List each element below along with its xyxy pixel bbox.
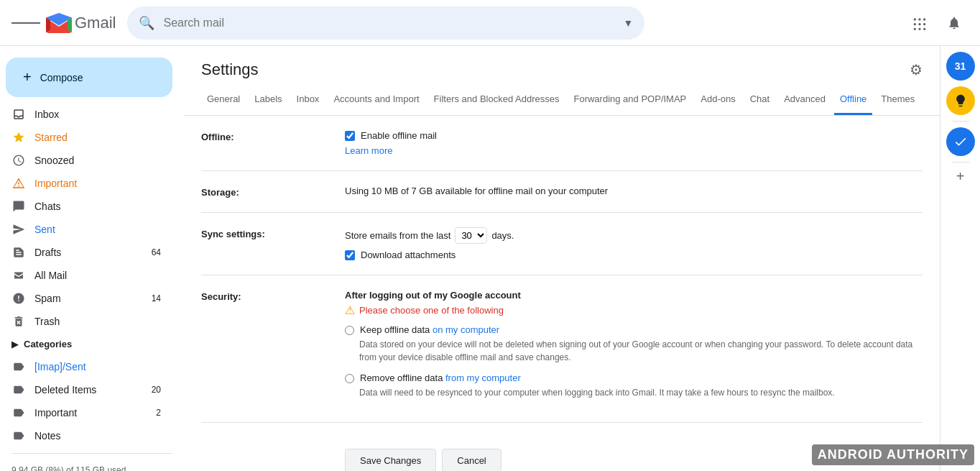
sidebar-item-important2[interactable]: Important 2 bbox=[0, 401, 172, 424]
sidebar-important2-count: 2 bbox=[156, 408, 161, 418]
rail-divider2 bbox=[952, 162, 969, 163]
tab-accounts[interactable]: Accounts and Import bbox=[328, 85, 425, 115]
imap-sent-icon bbox=[11, 360, 26, 374]
compose-button[interactable]: + Compose bbox=[6, 58, 172, 97]
enable-offline-row: Enable offline mail bbox=[345, 130, 923, 141]
security-remove-radio[interactable] bbox=[345, 374, 354, 383]
settings-title: Settings bbox=[201, 60, 259, 79]
sidebar-item-imap-sent[interactable]: [Imap]/Sent bbox=[0, 355, 172, 378]
cancel-button[interactable]: Cancel bbox=[442, 449, 501, 471]
calendar-icon[interactable]: 31 bbox=[946, 52, 975, 81]
sidebar-expand-icon[interactable]: ▶ bbox=[11, 339, 18, 349]
save-changes-button[interactable]: Save Changes bbox=[345, 449, 436, 471]
storage-text: Using 10 MB of 7 GB available for offlin… bbox=[345, 186, 608, 196]
sync-days-row: Store emails from the last 30 7 14 60 90… bbox=[345, 227, 923, 244]
sidebar-chats-label: Chats bbox=[34, 201, 161, 212]
sidebar-deleted-count: 20 bbox=[152, 385, 161, 395]
download-attachments-row: Download attachments bbox=[345, 250, 923, 260]
sidebar-item-deleted[interactable]: Deleted Items 20 bbox=[0, 378, 172, 401]
security-section: Security: After logging out of my Google… bbox=[201, 275, 923, 422]
sidebar-item-allmail[interactable]: All Mail bbox=[0, 264, 172, 287]
learn-more-link[interactable]: Learn more bbox=[345, 145, 392, 156]
days-select[interactable]: 30 7 14 60 90 bbox=[455, 227, 487, 244]
search-input[interactable] bbox=[163, 17, 623, 29]
tab-filters[interactable]: Filters and Blocked Addresses bbox=[428, 85, 565, 115]
inbox-icon bbox=[11, 107, 26, 122]
tab-chat[interactable]: Chat bbox=[744, 85, 775, 115]
sidebar-drafts-label: Drafts bbox=[34, 247, 143, 258]
tab-inbox[interactable]: Inbox bbox=[291, 85, 325, 115]
storage-label: Storage: bbox=[201, 186, 345, 198]
search-dropdown-icon[interactable]: ▼ bbox=[624, 17, 634, 29]
drafts-icon bbox=[11, 245, 26, 260]
sidebar-item-trash[interactable]: Trash bbox=[0, 310, 172, 333]
bulb-icon[interactable] bbox=[946, 86, 975, 115]
enable-offline-checkbox[interactable] bbox=[345, 131, 355, 141]
sidebar-item-spam[interactable]: Spam 14 bbox=[0, 287, 172, 310]
sidebar-deleted-label: Deleted Items bbox=[34, 384, 143, 395]
sync-value: Store emails from the last 30 7 14 60 90… bbox=[345, 227, 923, 260]
tab-labels[interactable]: Labels bbox=[249, 85, 287, 115]
sidebar-item-sent[interactable]: Sent bbox=[0, 218, 172, 241]
tab-general[interactable]: General bbox=[201, 85, 246, 115]
sidebar-footer: 9.94 GB (8%) of 115 GB used Manage bbox=[0, 459, 184, 471]
sidebar-sent-label: Sent bbox=[34, 224, 161, 235]
sidebar-item-starred[interactable]: Starred bbox=[0, 126, 172, 149]
apps-button[interactable] bbox=[905, 9, 934, 37]
search-bar[interactable]: 🔍 ▼ bbox=[127, 6, 644, 40]
sidebar-important-label: Important bbox=[34, 178, 161, 189]
deleted-icon bbox=[11, 383, 26, 397]
security-value: After logging out of my Google account ⚠… bbox=[345, 290, 923, 408]
tab-addons[interactable]: Add-ons bbox=[695, 85, 741, 115]
security-keep-radio[interactable] bbox=[345, 326, 354, 335]
gmail-m-icon bbox=[46, 13, 72, 33]
topbar: Gmail 🔍 ▼ bbox=[0, 0, 980, 46]
sidebar-item-inbox[interactable]: Inbox bbox=[0, 103, 172, 126]
tab-advanced[interactable]: Advanced bbox=[778, 85, 831, 115]
download-attachments-label: Download attachments bbox=[361, 250, 456, 260]
rail-add-icon[interactable]: + bbox=[956, 168, 965, 185]
search-icon: 🔍 bbox=[139, 15, 154, 31]
security-remove-label: Remove offline data from my computer bbox=[360, 372, 521, 383]
important-icon bbox=[11, 176, 26, 191]
store-prefix: Store emails from the last bbox=[345, 230, 450, 241]
starred-icon bbox=[11, 130, 26, 145]
sidebar-trash-label: Trash bbox=[34, 316, 161, 327]
compose-icon: + bbox=[23, 69, 32, 86]
download-attachments-checkbox[interactable] bbox=[345, 250, 355, 260]
settings-gear-icon[interactable]: ⚙ bbox=[910, 61, 923, 78]
right-rail: 31 + bbox=[940, 46, 980, 471]
security-keep-desc: Data stored on your device will not be d… bbox=[359, 338, 923, 364]
security-warning-text: Please choose one of the following bbox=[359, 305, 504, 316]
compose-label: Compose bbox=[40, 72, 83, 83]
tab-themes[interactable]: Themes bbox=[875, 85, 920, 115]
topbar-right bbox=[905, 9, 969, 37]
notifications-button[interactable] bbox=[940, 9, 969, 37]
gmail-logo[interactable]: Gmail bbox=[46, 13, 116, 33]
settings-tabs: General Labels Inbox Accounts and Import… bbox=[184, 85, 940, 116]
chats-icon bbox=[11, 199, 26, 214]
important2-icon bbox=[11, 406, 26, 420]
tab-offline[interactable]: Offline bbox=[834, 85, 872, 115]
offline-section: Offline: Enable offline mail Learn more bbox=[201, 116, 923, 171]
sidebar-item-chats[interactable]: Chats bbox=[0, 195, 172, 218]
sidebar-item-drafts[interactable]: Drafts 64 bbox=[0, 241, 172, 264]
sidebar-item-snoozed[interactable]: Snoozed bbox=[0, 149, 172, 172]
security-remove-colored: from my computer bbox=[445, 372, 521, 383]
sidebar: + Compose Inbox Starred Snoozed Impor bbox=[0, 46, 184, 471]
store-suffix: days. bbox=[491, 230, 514, 241]
sidebar-item-notes[interactable]: Notes bbox=[0, 424, 172, 447]
trash-icon bbox=[11, 314, 26, 329]
warning-icon: ⚠ bbox=[345, 303, 355, 317]
tab-forwarding[interactable]: Forwarding and POP/IMAP bbox=[568, 85, 692, 115]
allmail-icon bbox=[11, 268, 26, 283]
security-keep-option: Keep offline data on my computer Data st… bbox=[345, 324, 923, 364]
gmail-text: Gmail bbox=[75, 14, 116, 32]
sidebar-item-important[interactable]: Important bbox=[0, 172, 172, 195]
security-warning: ⚠ Please choose one of the following bbox=[345, 303, 923, 317]
security-remove-row: Remove offline data from my computer bbox=[345, 372, 923, 383]
action-bar: Save Changes Cancel bbox=[201, 434, 923, 471]
menu-button[interactable] bbox=[11, 9, 40, 37]
tasks-icon[interactable] bbox=[946, 127, 975, 156]
settings-body: Offline: Enable offline mail Learn more … bbox=[184, 116, 940, 471]
